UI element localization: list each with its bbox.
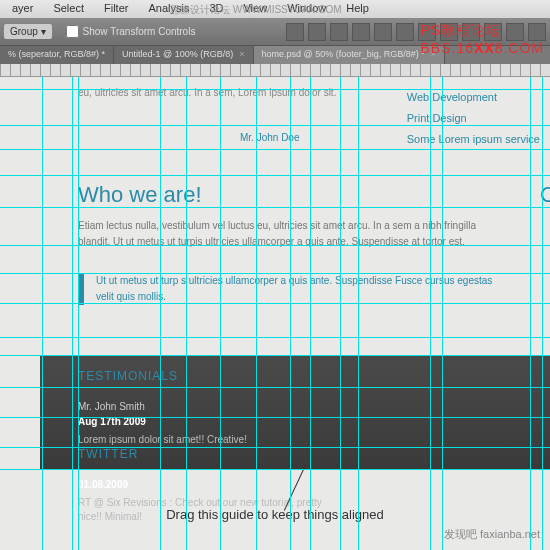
testimonial-text: eu, ultricies sit amet arcu. In a sem, L… (78, 85, 358, 100)
footer-testimonials: TESTIMONIALS Mr. John Smith Aug 17th 200… (78, 369, 338, 447)
watermark-right: PS教程论坛BBS.16XX8.COM (420, 22, 544, 56)
align-icon[interactable] (352, 23, 370, 41)
who-title: Who we are! (78, 182, 508, 208)
canvas[interactable]: eu, ultricies sit amet arcu. In a sem, L… (0, 77, 550, 550)
annotation-caption: Drag this guide to keep things aligned (0, 507, 550, 522)
tab-home-psd[interactable]: home.psd @ 50% (footer_big, RGB/8#) *× (254, 46, 445, 64)
footer-heading: TWITTER (78, 447, 338, 461)
service-item: Print Design (407, 108, 540, 129)
watermark-bottom: 发现吧 faxianba.net (444, 527, 540, 542)
ruler-horizontal[interactable] (0, 64, 550, 77)
footer-date: Aug 17th 2009 (78, 416, 338, 427)
quote-text: Ut ut metus ut turp s ultricies ullamcor… (96, 273, 508, 305)
services-list: Web Development Print Design Some Lorem … (407, 87, 540, 150)
menu-select[interactable]: Select (43, 0, 94, 18)
close-icon[interactable]: × (239, 49, 244, 59)
align-icon[interactable] (308, 23, 326, 41)
footer-text: Lorem ipsum dolor sit amet!! Creative! (78, 433, 338, 447)
blockquote: Ut ut metus ut turp s ultricies ullamcor… (78, 273, 508, 305)
who-body: Etiam lectus nulla, vestibulum vel luctu… (78, 218, 508, 250)
show-transform-checkbox[interactable] (66, 25, 79, 38)
align-icon[interactable] (286, 23, 304, 41)
menu-layer[interactable]: ayer (2, 0, 43, 18)
service-item: Some Lorem ipsum service (407, 129, 540, 150)
show-transform-label: Show Transform Controls (83, 26, 196, 37)
menu-help[interactable]: Help (336, 0, 379, 18)
footer-heading: TESTIMONIALS (78, 369, 338, 383)
menu-filter[interactable]: Filter (94, 0, 138, 18)
watermark-top: 思缘设计论坛 WWW.MISSYUAN.COM (170, 3, 342, 17)
layer-group-select[interactable]: Group ▾ (4, 24, 52, 39)
footer-name: Mr. John Smith (78, 401, 338, 412)
footer: TESTIMONIALS Mr. John Smith Aug 17th 200… (40, 355, 550, 470)
document: eu, ultricies sit amet arcu. In a sem, L… (0, 77, 550, 550)
tab-seperator[interactable]: % (seperator, RGB/8#) * (0, 46, 114, 64)
right-column-peek: C (540, 182, 550, 208)
align-icon[interactable] (374, 23, 392, 41)
service-item: Web Development (407, 87, 540, 108)
tab-untitled[interactable]: Untitled-1 @ 100% (RGB/8)× (114, 46, 253, 64)
testimonial-author: Mr. John Doe (240, 132, 299, 143)
align-icon[interactable] (396, 23, 414, 41)
quote-bar (78, 273, 84, 305)
align-icon[interactable] (330, 23, 348, 41)
who-section: Who we are! Etiam lectus nulla, vestibul… (78, 182, 508, 250)
